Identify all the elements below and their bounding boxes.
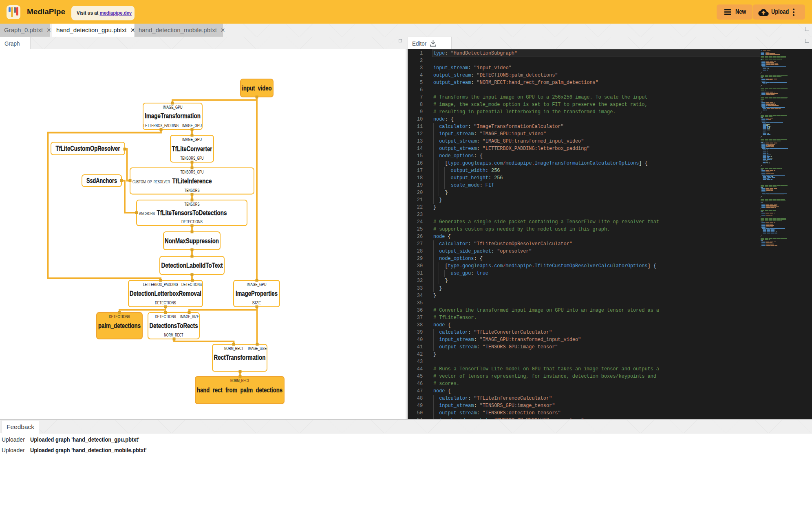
svg-text:DETECTIONS: DETECTIONS [155, 301, 176, 305]
svg-text:CUSTOM_OP_RESOLVER: CUSTOM_OP_RESOLVER [132, 180, 170, 184]
svg-text:TENSORS_GPU: TENSORS_GPU [181, 170, 204, 174]
svg-text:NORM_RECT: NORM_RECT [164, 333, 183, 337]
svg-text:DETECTIONS: DETECTIONS [155, 315, 176, 319]
svg-text:DetectionsToRects: DetectionsToRects [150, 322, 198, 330]
svg-text:TfLiteCustomOpResolver: TfLiteCustomOpResolver [56, 145, 120, 152]
svg-text:DetectionLetterboxRemoval: DetectionLetterboxRemoval [130, 290, 201, 297]
svg-text:DetectionLabelIdToText: DetectionLabelIdToText [161, 262, 223, 269]
svg-text:palm_detections: palm_detections [98, 322, 141, 330]
svg-text:ImageProperties: ImageProperties [236, 290, 278, 297]
svg-text:TENSORS: TENSORS [185, 202, 200, 207]
svg-text:DETECTIONS: DETECTIONS [109, 315, 130, 319]
svg-text:DETECTIONS: DETECTIONS [181, 220, 203, 224]
svg-text:DETECTIONS: DETECTIONS [181, 282, 202, 287]
svg-text:ImageTransformation: ImageTransformation [145, 112, 201, 120]
svg-text:SIZE: SIZE [252, 301, 261, 305]
svg-text:IMAGE_SIZE: IMAGE_SIZE [248, 346, 267, 351]
svg-text:IMAGE_GPU: IMAGE_GPU [182, 137, 202, 142]
svg-text:TENSORS: TENSORS [185, 188, 200, 193]
svg-text:LETTERBOX_PADDING: LETTERBOX_PADDING [143, 123, 179, 128]
svg-text:IMAGE_SIZE: IMAGE_SIZE [180, 315, 199, 319]
svg-text:TfLiteInference: TfLiteInference [172, 177, 212, 185]
svg-text:LETTERBOX_PADDING: LETTERBOX_PADDING [143, 282, 178, 287]
svg-text:input_video: input_video [242, 84, 272, 92]
svg-text:RectTransformation: RectTransformation [214, 354, 266, 361]
svg-text:hand_rect_from_palm_detections: hand_rect_from_palm_detections [197, 386, 282, 394]
svg-text:SsdAnchors: SsdAnchors [86, 177, 117, 185]
svg-text:NORM_RECT: NORM_RECT [230, 378, 249, 383]
svg-text:TfLiteConverter: TfLiteConverter [172, 145, 212, 153]
svg-text:NORM_RECT: NORM_RECT [224, 346, 243, 351]
svg-text:TfLiteTensorsToDetections: TfLiteTensorsToDetections [157, 209, 227, 217]
svg-text:ANCHORS: ANCHORS [139, 211, 155, 216]
svg-text:IMAGE_GPU: IMAGE_GPU [182, 123, 202, 128]
svg-text:IMAGE_GPU: IMAGE_GPU [247, 282, 267, 287]
svg-text:TENSORS_GPU: TENSORS_GPU [181, 156, 204, 161]
svg-text:NonMaxSuppression: NonMaxSuppression [165, 237, 219, 245]
svg-text:IMAGE_GPU: IMAGE_GPU [163, 105, 183, 110]
